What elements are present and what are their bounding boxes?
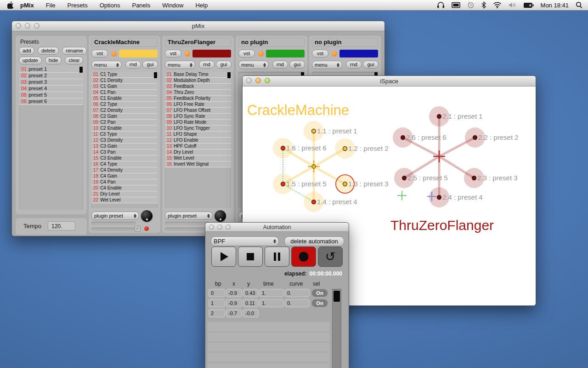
parameter-row[interactable]: 03Feedback	[165, 84, 231, 90]
preset-node-dot[interactable]	[281, 182, 285, 186]
parameter-row[interactable]: 15Wet Level	[165, 155, 231, 161]
menu-options[interactable]: Options	[100, 2, 120, 9]
x-cell[interactable]: -0.9	[226, 299, 242, 307]
stop-button[interactable]	[238, 247, 263, 267]
apple-icon[interactable]	[7, 1, 14, 9]
plugin-name-field[interactable]: no plugin	[238, 38, 305, 47]
parameter-row[interactable]: 01C1 Type	[91, 72, 158, 78]
spotlight-icon[interactable]	[576, 1, 582, 9]
bp-cell[interactable]: 0	[209, 289, 225, 297]
parameter-row[interactable]: 12C3 Density	[91, 138, 158, 144]
preset-node-dot[interactable]	[472, 176, 476, 180]
zoom-button[interactable]	[34, 23, 40, 29]
plugin-slider-2[interactable]	[165, 228, 209, 231]
randomize-button[interactable]: rnd	[346, 61, 362, 69]
preset-node-dot[interactable]	[437, 115, 441, 119]
pause-button[interactable]	[265, 247, 289, 267]
vst-button[interactable]: vst	[165, 50, 181, 58]
parameter-row[interactable]: 10C2 Enable	[91, 126, 158, 132]
parameter-row[interactable]: 11LFO Shape	[165, 132, 231, 138]
parameter-row[interactable]: 04Thru Zero	[165, 90, 231, 96]
scrollbar-thumb[interactable]	[154, 72, 157, 78]
preset-list-item[interactable]: 04preset 4	[19, 86, 83, 92]
plugin-menu-dropdown[interactable]: menu	[238, 61, 269, 69]
record-button[interactable]	[291, 247, 316, 267]
plugin-name-field[interactable]: CrackleMachine	[91, 38, 158, 47]
close-button[interactable]	[209, 224, 214, 230]
randomize-button[interactable]: rnd	[272, 61, 288, 69]
parameter-row[interactable]: 17C4 Density	[91, 167, 158, 173]
plugin-name-field[interactable]: ThruZeroFlanger	[165, 38, 231, 47]
volume-icon[interactable]	[509, 2, 516, 8]
parameter-row[interactable]: 15C3 Enable	[91, 155, 158, 161]
preset-node-dot[interactable]	[473, 136, 477, 140]
parameter-row[interactable]: 08LFO Sync Rate	[165, 114, 231, 120]
plugin-color-bar[interactable]	[119, 50, 158, 58]
play-button[interactable]	[211, 247, 236, 267]
menu-window[interactable]: Window	[162, 2, 183, 9]
menu-clock[interactable]: Mon 18:41	[541, 2, 569, 9]
parameter-row[interactable]: 16Invert Wet Signal	[165, 161, 231, 167]
parameter-row[interactable]: 14Dry Level	[165, 150, 231, 155]
parameter-row[interactable]: 07C2 Density	[91, 108, 158, 114]
curve-cell[interactable]: 0.	[285, 289, 310, 297]
parameter-row[interactable]: 02Modulation Depth	[165, 78, 231, 84]
parameter-row[interactable]: 05Feedback Polarity	[165, 96, 231, 102]
display-icon[interactable]	[452, 2, 460, 9]
preset-list-item[interactable]: 03preset 3	[19, 79, 83, 86]
close-button[interactable]	[16, 23, 21, 29]
plugin-knob[interactable]	[215, 210, 226, 222]
parameter-row[interactable]: 10LFO Sync Trigger	[165, 126, 231, 132]
parameter-row[interactable]: 12LFO Enable	[165, 138, 231, 144]
preset-node-dot[interactable]	[312, 200, 316, 204]
parameter-row[interactable]: 08C2 Gain	[91, 114, 158, 120]
preset-list-item[interactable]: 06preset 6	[19, 98, 83, 105]
sel-toggle-button[interactable]: On	[311, 289, 328, 297]
time-machine-icon[interactable]	[467, 1, 475, 9]
table-scrollbar-thumb[interactable]	[334, 291, 340, 302]
preset-node-dot[interactable]	[402, 176, 407, 180]
menu-presets[interactable]: Presets	[68, 2, 88, 9]
open-gui-button[interactable]: gui	[142, 61, 158, 69]
parameter-row[interactable]: 21Dry Level	[91, 191, 158, 197]
plugin-preset-dropdown[interactable]: plugin preset	[91, 212, 139, 220]
plugin-menu-dropdown[interactable]: menu	[165, 61, 195, 69]
automation-target-dropdown[interactable]: BPF	[211, 236, 279, 246]
preset-list[interactable]: 01preset 102preset 203preset 304preset 4…	[19, 66, 83, 210]
menu-file[interactable]: File	[46, 2, 56, 9]
parameter-row[interactable]: 01Base Delay Time	[165, 72, 231, 78]
curve-cell[interactable]: 0.	[285, 299, 310, 307]
parameter-row[interactable]: 13HPF Cutoff	[165, 144, 231, 150]
automation-titlebar[interactable]: Automation	[205, 223, 349, 232]
scrollbar-thumb[interactable]	[227, 72, 231, 78]
parameter-list[interactable]: 01Base Delay Time02Modulation Depth03Fee…	[165, 72, 231, 208]
preset-node-dot[interactable]	[343, 147, 347, 151]
parameter-row[interactable]: 14C3 Pan	[91, 150, 158, 155]
tempo-field[interactable]: 120.	[48, 221, 75, 230]
menu-help[interactable]: Help	[195, 2, 208, 9]
parameter-row[interactable]: 18C4 Gain	[91, 173, 158, 179]
battery-icon[interactable]	[523, 2, 534, 8]
preset-node-dot[interactable]	[343, 182, 347, 186]
ispace-titlebar[interactable]: iSpace	[243, 76, 536, 86]
preset-node-dot[interactable]	[281, 146, 285, 150]
minimize-button[interactable]	[25, 23, 30, 29]
open-gui-button[interactable]: gui	[363, 61, 379, 69]
parameter-row[interactable]: 05C1 Enable	[91, 96, 158, 102]
x-cell[interactable]: -0.9	[226, 289, 242, 297]
rename-button[interactable]: rename	[62, 47, 86, 55]
menu-pmix[interactable]: pMix	[20, 2, 34, 9]
plugin-preset-dropdown[interactable]: plugin preset	[165, 212, 213, 220]
delete-button[interactable]: delete	[38, 47, 59, 55]
minimize-button[interactable]	[255, 78, 261, 83]
plugin-name-field[interactable]: no plugin	[312, 38, 378, 47]
parameter-row[interactable]: 02C1 Density	[91, 78, 158, 84]
parameter-row[interactable]: 22Wet Level	[91, 197, 158, 203]
parameter-row[interactable]: 19C4 Pan	[91, 179, 158, 185]
plugin-slider-1[interactable]	[165, 222, 209, 225]
parameter-row[interactable]: 16C4 Type	[91, 161, 158, 167]
plugin-menu-dropdown[interactable]: menu	[312, 61, 342, 69]
parameter-row[interactable]: 13C3 Gain	[91, 144, 158, 150]
zoom-button[interactable]	[226, 224, 231, 230]
preset-node-dot[interactable]	[312, 129, 316, 133]
